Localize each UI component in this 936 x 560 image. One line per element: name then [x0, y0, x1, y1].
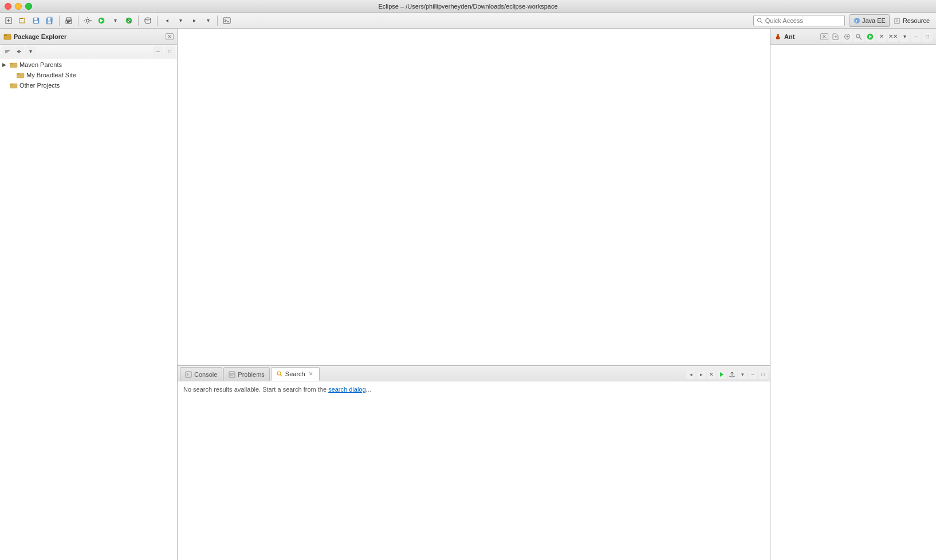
run-dropdown[interactable]: ▾ — [109, 14, 121, 27]
save-button[interactable] — [30, 14, 42, 27]
quick-access-container[interactable] — [753, 15, 845, 26]
maximize-panel-btn[interactable]: □ — [164, 46, 175, 57]
java-ee-icon: J — [854, 17, 860, 24]
svg-point-16 — [86, 19, 89, 22]
package-explorer-panel: Package Explorer ✕ ▾ – □ ▶ Maven Parents — [0, 29, 178, 560]
minimize-button[interactable] — [15, 3, 22, 10]
search-run-btn[interactable] — [717, 370, 726, 379]
ant-remove-all-btn[interactable]: ✕✕ — [888, 31, 898, 42]
panel-menu-btn[interactable]: ▾ — [25, 46, 36, 57]
search-next-btn[interactable]: ▸ — [697, 370, 706, 379]
ant-remove-btn[interactable]: ✕ — [876, 31, 887, 42]
link-editor-btn[interactable] — [14, 46, 24, 57]
tab-search[interactable]: Search ✕ — [271, 367, 320, 381]
collapse-all-btn[interactable] — [2, 46, 13, 57]
open-button[interactable] — [16, 14, 29, 27]
print-button[interactable] — [62, 14, 75, 27]
svg-rect-7 — [34, 21, 38, 23]
svg-rect-40 — [10, 84, 13, 85]
main-layout: Package Explorer ✕ ▾ – □ ▶ Maven Parents — [0, 29, 936, 560]
ant-view-menu-btn[interactable]: ▾ — [899, 31, 910, 42]
tab-console[interactable]: Console — [180, 367, 222, 381]
save-all-button[interactable] — [44, 14, 56, 27]
minimize-panel-btn[interactable]: – — [153, 46, 163, 57]
svg-line-57 — [860, 37, 862, 40]
svg-point-50 — [777, 34, 779, 36]
back-dropdown[interactable]: ▾ — [174, 14, 187, 27]
search-export-btn[interactable] — [727, 370, 737, 379]
folder-icon-broadleaf — [17, 72, 25, 78]
perspective-java-ee[interactable]: J Java EE — [850, 14, 890, 27]
ant-add-files-btn[interactable] — [842, 31, 852, 42]
tab-search-label: Search — [285, 370, 305, 377]
search-tab-icon — [276, 370, 283, 377]
maximize-button[interactable] — [25, 3, 32, 10]
view-menu-btn[interactable]: ▾ — [738, 370, 747, 379]
quick-access-input[interactable] — [765, 17, 841, 24]
ant-panel-close[interactable]: ✕ — [820, 33, 828, 40]
ant-panel-header: Ant ✕ ✕ ✕✕ ▾ – □ — [770, 29, 936, 45]
forward-button[interactable]: ▸ — [188, 14, 200, 27]
tab-bar-wrapper: Console Problems Search ✕ ◂ — [180, 366, 770, 381]
search-cancel-btn[interactable]: ✕ — [707, 370, 716, 379]
package-explorer-close[interactable]: ✕ — [166, 33, 174, 40]
svg-text:J: J — [855, 19, 857, 23]
tree-item-maven-parents[interactable]: ▶ Maven Parents — [0, 60, 177, 70]
ant-icon — [774, 33, 782, 41]
search-no-results-text: No search results available. Start a sea… — [183, 386, 328, 393]
package-explorer-icon — [3, 33, 11, 41]
debug-button[interactable] — [123, 14, 135, 27]
toolbar-separator-5 — [217, 15, 218, 26]
svg-rect-29 — [895, 18, 899, 23]
tree-label-maven-parents: Maven Parents — [19, 61, 62, 68]
ant-content-area — [770, 45, 936, 560]
tree-item-other-projects[interactable]: ▶ Other Projects — [0, 80, 177, 90]
ant-add-buildfiles-btn[interactable] — [831, 31, 841, 42]
ant-minimize-btn[interactable]: – — [911, 31, 921, 42]
traffic-lights — [5, 3, 32, 10]
editor-area — [178, 29, 770, 365]
ant-panel: Ant ✕ ✕ ✕✕ ▾ – □ — [770, 29, 936, 560]
perspective-buttons: J Java EE Resource — [850, 14, 934, 27]
new-button[interactable] — [2, 14, 15, 27]
folder-icon-other — [10, 82, 18, 89]
package-explorer-tree: ▶ Maven Parents ▶ My Broadleaf Site ▶ Ot… — [0, 58, 177, 560]
svg-rect-15 — [67, 22, 69, 23]
ant-maximize-btn[interactable]: □ — [922, 31, 933, 42]
svg-point-56 — [856, 34, 860, 38]
bottom-panel: Console Problems Search ✕ ◂ — [178, 365, 770, 560]
ant-search-btn[interactable] — [854, 31, 864, 42]
svg-point-25 — [757, 18, 761, 21]
ant-toolbar: ✕ ✕✕ ▾ – □ — [831, 31, 933, 42]
perspective-resource[interactable]: Resource — [890, 14, 934, 27]
terminal-button[interactable] — [221, 14, 233, 27]
ant-run-btn[interactable] — [865, 31, 875, 42]
minimize-bottom-btn[interactable]: – — [748, 370, 757, 379]
window-title: Eclipse – /Users/phillipverheyden/Downlo… — [378, 3, 557, 10]
tree-item-broadleaf[interactable]: ▶ My Broadleaf Site — [0, 70, 177, 80]
search-prev-btn[interactable]: ◂ — [686, 370, 695, 379]
back-button[interactable]: ◂ — [160, 14, 173, 27]
tab-search-close[interactable]: ✕ — [308, 370, 314, 377]
title-bar: Eclipse – /Users/phillipverheyden/Downlo… — [0, 0, 936, 13]
forward-dropdown[interactable]: ▾ — [202, 14, 214, 27]
svg-marker-48 — [720, 372, 723, 377]
package-explorer-header: Package Explorer ✕ — [0, 29, 177, 45]
toolbar-separator-2 — [78, 15, 78, 26]
maximize-bottom-btn[interactable]: □ — [758, 370, 768, 379]
tab-console-label: Console — [194, 371, 217, 378]
close-button[interactable] — [5, 3, 11, 10]
search-dialog-link[interactable]: search dialog — [328, 386, 365, 393]
run-button[interactable] — [95, 14, 108, 27]
svg-rect-36 — [10, 63, 13, 65]
svg-rect-9 — [48, 18, 50, 21]
server-button[interactable] — [141, 14, 154, 27]
svg-rect-14 — [67, 21, 70, 22]
settings-button[interactable] — [81, 14, 94, 27]
svg-line-47 — [280, 375, 282, 377]
svg-rect-6 — [34, 18, 37, 20]
tree-label-other-projects: Other Projects — [19, 82, 60, 89]
svg-rect-38 — [17, 73, 19, 75]
search-icon — [757, 17, 763, 24]
tab-problems[interactable]: Problems — [223, 367, 269, 381]
